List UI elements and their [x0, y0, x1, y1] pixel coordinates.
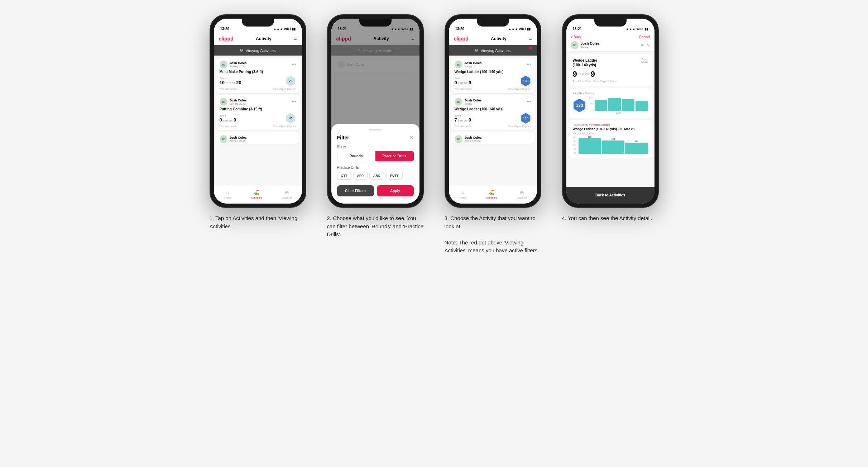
bottom-nav-capture-1[interactable]: ⊕ Capture: [282, 190, 292, 199]
card-more-1-2[interactable]: •••: [292, 99, 296, 104]
bottom-nav-activities-1[interactable]: ⛳ Activities: [251, 190, 262, 199]
hamburger-menu-3[interactable]: ≡: [529, 36, 532, 42]
cancel-button-4[interactable]: Cancel: [639, 35, 650, 39]
phone-notch-3: [477, 19, 509, 27]
phone-3-frame: 13:20 ▲▲▲ WiFi ▮▮ clippd Activity ≡ ⚙ Vi…: [445, 14, 541, 208]
status-icons-3: ▲▲▲ WiFi ▮▮: [508, 27, 531, 31]
modal-close-icon[interactable]: ✕: [409, 135, 414, 140]
card-user-info-1-2: Josh Coles 28 Feb 2023: [230, 99, 289, 105]
score-label-3-1: Score: [455, 77, 471, 80]
detail-drill-title-4: Wedge Ladder(100–140 yds): [573, 58, 642, 67]
practice-session-link-4[interactable]: Practice Session: [591, 124, 610, 126]
bottom-nav-home-1[interactable]: ⌂ Home: [224, 190, 231, 199]
detail-actions-4: ✏ ⤡: [641, 43, 650, 48]
dashed-line-4: [614, 143, 649, 143]
activities-label-1: Activities: [251, 196, 262, 199]
drill-tag-ott[interactable]: OTT: [337, 172, 351, 180]
signal-icon-4: ▲▲▲: [626, 27, 636, 31]
bottom-nav-home-3[interactable]: ⌂ Home: [459, 190, 466, 199]
chart-bars-4: 100 50 0: [589, 96, 648, 111]
chart-axis-4: 100 50 0: [589, 96, 593, 111]
activity-card-1-2[interactable]: JC Josh Coles 28 Feb 2023 ••• Putting Co…: [216, 95, 300, 130]
apply-button[interactable]: Apply: [377, 185, 414, 196]
quality-badge-3-1: 130: [521, 76, 531, 86]
detail-chart-card-4: Avg Shot Quality 130 100 50 0: [569, 88, 652, 118]
card-stats-1-2: Score 0 OUT OF 9 45: [220, 113, 296, 124]
viewing-banner-1[interactable]: ⚙ Viewing Activities: [214, 45, 302, 56]
back-button-4[interactable]: < Back: [571, 35, 582, 39]
home-label-1: Home: [224, 196, 231, 199]
viewing-banner-3[interactable]: ⚙ Viewing Activities: [449, 45, 537, 56]
drill-tag-arg[interactable]: ARG: [369, 172, 384, 180]
status-time-1: 13:20: [220, 27, 230, 31]
phone-2-inner: 13:21 ▲▲▲ WiFi ▮▮ clippd Activity ≡ ⚙ Vi…: [331, 19, 419, 204]
card-more-1-1[interactable]: •••: [292, 62, 296, 67]
practice-sub-label-4: •• Avg Shot Quality: [573, 132, 648, 135]
outof-3-1: OUT OF: [458, 82, 467, 85]
chart-content-4: 130 100 50 0: [573, 96, 648, 114]
shots-label-4: Shots: [641, 61, 648, 63]
card-header-1-1: JC Josh Coles 28 Feb 2023 •••: [220, 61, 296, 68]
card-more-3-1[interactable]: •••: [527, 62, 531, 67]
card-header-3-2: JC Josh Coles Today •••: [455, 98, 531, 106]
detail-test-info-4: Test Information: [573, 80, 591, 82]
detail-nav-4: < Back Cancel: [571, 35, 650, 39]
practice-chart-bars-4: 140 120 100 80 60 132 129: [573, 136, 648, 154]
score-label-4: Score: [641, 58, 648, 61]
activity-card-1-1[interactable]: JC Josh Coles 28 Feb 2023 ••• Must Make …: [216, 58, 300, 93]
card-stats-1-1: Score 10 OUT OF 20 75: [220, 76, 296, 86]
bottom-nav-activities-3[interactable]: ⛳ Activities: [486, 190, 497, 199]
detail-score-num-4: 9: [573, 70, 577, 79]
avatar-3-1: JC: [455, 61, 462, 68]
edit-icon-4[interactable]: ✏: [641, 43, 644, 48]
detail-score-cols-4: Score Shots: [641, 58, 648, 63]
card-user-name-3-1: Josh Coles: [465, 61, 524, 65]
stat-group-3-1: Score 9 OUT OF 9: [455, 77, 471, 85]
phone-1-frame: 13:20 ▲▲▲ WiFi ▮▮ clippd Activity ≡ ⚙ Vi…: [210, 14, 306, 208]
toggle-practice-drills[interactable]: Practice Drills: [375, 151, 414, 161]
activity-card-3-1[interactable]: JC Josh Coles Today ••• Wedge Ladder (10…: [451, 58, 535, 93]
phone-4-section: 13:21 ▲▲▲ WiFi ▮▮ < Back Cancel JC: [557, 14, 664, 223]
outof-1-2: OUT OF: [223, 119, 232, 122]
avatar-1-2: JC: [220, 98, 227, 106]
card-user-date-1-2: 28 Feb 2023: [230, 102, 289, 105]
outof-1-1: OUT OF: [226, 82, 235, 85]
drill-tag-app[interactable]: APP: [353, 172, 368, 180]
card-drill-name-3-1: Wedge Ladder (100–140 yds): [455, 70, 531, 74]
back-activities-button-4[interactable]: Back to Activities: [570, 190, 651, 200]
card-user-name-1-3: Josh Coles: [230, 136, 296, 139]
capture-label-3: Capture: [517, 196, 527, 199]
signal-icon-3: ▲▲▲: [508, 27, 518, 31]
share-icon-4[interactable]: ⤡: [647, 43, 650, 48]
card-header-1-2: JC Josh Coles 28 Feb 2023 •••: [220, 98, 296, 106]
card-drill-name-1-1: Must Make Putting (3-6 ft): [220, 70, 296, 74]
card-user-date-3-2: Today: [465, 102, 524, 105]
detail-user-date-4: Today: [581, 46, 639, 49]
viewing-banner-label-1: Viewing Activities: [245, 48, 275, 53]
nav-bar-3: clippd Activity ≡: [449, 32, 537, 45]
score-value-3-2: 7: [455, 117, 457, 123]
detail-content-4: Wedge Ladder(100–140 yds) Score Shots 9 …: [566, 52, 654, 187]
avatar-1-1: JC: [220, 61, 227, 68]
status-icons-4: ▲▲▲ WiFi ▮▮: [626, 27, 648, 31]
avatar-3-2: JC: [455, 98, 462, 106]
card-footer-1-2: Test Information Data: Clippd Capture: [220, 125, 296, 128]
clear-filters-button[interactable]: Clear Filters: [337, 185, 374, 196]
logo-1: clippd: [219, 36, 234, 42]
score-label-1-1: Score: [220, 77, 241, 80]
data-info-3-1: Data: Clippd Capture: [508, 88, 531, 90]
shots-value-3-1: 9: [469, 80, 471, 85]
bottom-nav-3: ⌂ Home ⛳ Activities ⊕ Capture: [449, 185, 537, 204]
stat-score-1-1: Score 10 OUT OF 20: [220, 77, 241, 85]
card-more-3-2[interactable]: •••: [527, 99, 531, 104]
nav-title-3: Activity: [491, 36, 506, 41]
card-drill-name-3-2: Wedge Ladder (100–140 yds): [455, 107, 531, 111]
hamburger-menu-1[interactable]: ≡: [294, 36, 297, 42]
bottom-nav-capture-3[interactable]: ⊕ Capture: [517, 190, 527, 199]
activity-list-1: JC Josh Coles 28 Feb 2023 ••• Must Make …: [214, 56, 302, 185]
activity-card-3-2[interactable]: JC Josh Coles Today ••• Wedge Ladder (10…: [451, 95, 535, 130]
toggle-row: Rounds Practice Drills: [337, 151, 414, 161]
toggle-rounds[interactable]: Rounds: [337, 151, 375, 161]
wifi-icon-4: WiFi: [637, 27, 643, 31]
drill-tag-putt[interactable]: PUTT: [386, 172, 403, 180]
